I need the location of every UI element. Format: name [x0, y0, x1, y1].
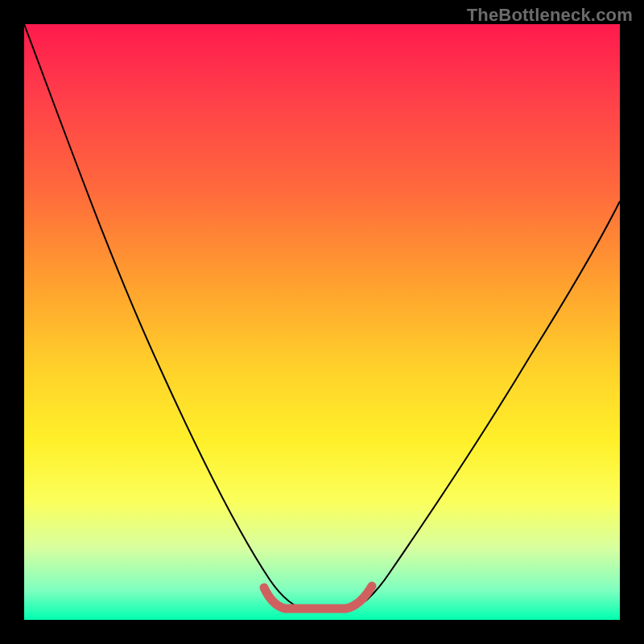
- bottleneck-svg: [24, 24, 620, 620]
- bottleneck-curve: [24, 24, 620, 610]
- chart-frame: TheBottleneck.com: [0, 0, 644, 644]
- optimal-zone-marker: [264, 586, 372, 609]
- watermark-label: TheBottleneck.com: [467, 5, 633, 26]
- plot-area: [24, 24, 620, 620]
